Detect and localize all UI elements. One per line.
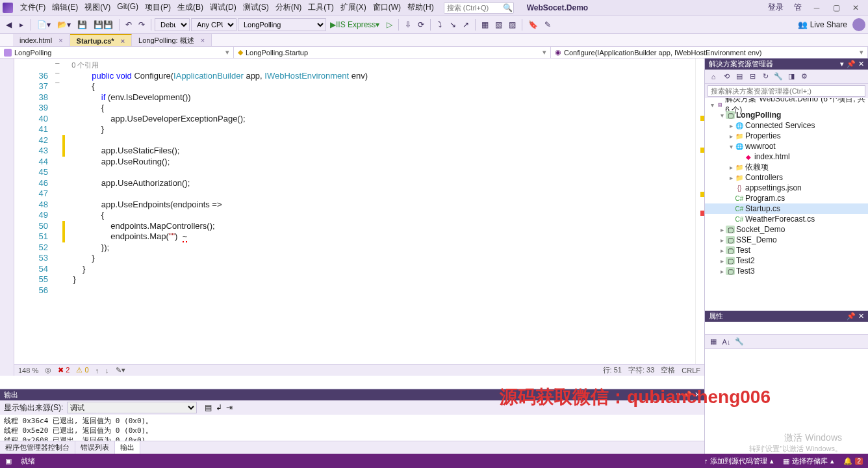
document-tab[interactable]: Startup.cs*× bbox=[70, 34, 133, 46]
nav-fwd-button[interactable]: ▸ bbox=[16, 18, 27, 32]
tree-node[interactable]: C#Startup.cs bbox=[705, 203, 868, 214]
prev-issue-button[interactable]: ↑ bbox=[96, 367, 99, 374]
step-out-button[interactable]: ↗ bbox=[460, 18, 472, 32]
zoom-level[interactable]: 148 % bbox=[18, 367, 38, 374]
code-editor[interactable]: 3637383940414243444546474849505152535455… bbox=[14, 58, 704, 376]
tree-node[interactable]: ▾🌐wwwroot bbox=[705, 141, 868, 151]
tree-node[interactable]: ▸▢Test bbox=[705, 245, 868, 255]
menu-item[interactable]: 文件(F) bbox=[17, 1, 49, 14]
tree-node[interactable]: C#Program.cs bbox=[705, 193, 868, 203]
show-all-icon[interactable]: ▤ bbox=[734, 71, 745, 83]
output-body[interactable]: 线程 0x36c4 已退出, 返回值为 0 (0x0)。 线程 0x5e20 已… bbox=[0, 415, 704, 441]
panel-close-icon[interactable]: ✕ bbox=[858, 60, 864, 68]
menu-item[interactable]: Git(G) bbox=[114, 1, 142, 14]
source-control-button[interactable]: ↑ 添加到源代码管理 ▴ bbox=[704, 456, 774, 466]
view-icon[interactable]: ◨ bbox=[785, 71, 797, 83]
select-repo-button[interactable]: ▦ 选择存储库 ▴ bbox=[783, 456, 834, 466]
tree-node[interactable]: ▸🌐Connected Services bbox=[705, 120, 868, 131]
menu-item[interactable]: 扩展(X) bbox=[337, 1, 370, 14]
tree-node[interactable]: ◆index.html bbox=[705, 151, 868, 162]
home-icon[interactable]: ⌂ bbox=[708, 71, 719, 83]
code-health-icon[interactable]: ◎ bbox=[45, 366, 51, 374]
error-stripe[interactable] bbox=[695, 58, 704, 376]
solution-root[interactable]: ▾⧈解决方案"WebSocet.Demo"(6 个项目, 共 6 个) bbox=[705, 99, 868, 110]
menu-item[interactable]: 编辑(E) bbox=[49, 1, 81, 14]
bookmark-button[interactable]: 🔖 bbox=[526, 18, 541, 32]
alpha-icon[interactable]: A↓ bbox=[721, 336, 732, 348]
window-minimize-button[interactable]: ─ bbox=[807, 3, 826, 12]
user-avatar[interactable] bbox=[852, 18, 865, 31]
attach-button[interactable]: ⇩ bbox=[402, 18, 414, 32]
output-dropdown-icon[interactable]: ▾ bbox=[676, 391, 680, 399]
goto-icon[interactable]: ⇥ bbox=[226, 403, 233, 412]
notifications-button[interactable]: 🔔2 bbox=[843, 457, 863, 465]
save-all-button[interactable]: 💾💾 bbox=[91, 18, 116, 32]
props-wrench-icon[interactable]: 🔧 bbox=[734, 336, 745, 348]
login-link[interactable]: 登录 bbox=[763, 1, 789, 14]
props-pin-icon[interactable]: 📌 bbox=[847, 312, 856, 320]
next-issue-button[interactable]: ↓ bbox=[105, 367, 109, 374]
restart-button[interactable]: ⟳ bbox=[415, 18, 427, 32]
menu-item[interactable]: 工具(T) bbox=[305, 1, 337, 14]
document-tab[interactable]: LongPolling: 概述× bbox=[132, 34, 212, 46]
collapse-icon[interactable]: ⊟ bbox=[747, 71, 758, 83]
output-source-dropdown[interactable]: 调试 bbox=[67, 402, 197, 413]
nav-back-button[interactable]: ◀ bbox=[3, 18, 14, 32]
fold-column[interactable]: −−− bbox=[53, 58, 60, 88]
categorize-icon[interactable]: ▦ bbox=[708, 336, 719, 348]
menu-item[interactable]: 分析(N) bbox=[272, 1, 305, 14]
nav-type-dropdown[interactable]: ◆LongPolling.Startup▾ bbox=[234, 47, 551, 58]
start-debug-button[interactable]: ▶ IIS Express ▾ bbox=[327, 18, 382, 32]
comment-button[interactable]: ✎ bbox=[542, 18, 554, 32]
tree-node[interactable]: ▸▢Test3 bbox=[705, 266, 868, 276]
tree-node[interactable]: ▸📁Controllers bbox=[705, 172, 868, 183]
build-icon[interactable]: ✎▾ bbox=[116, 366, 125, 374]
line-ending[interactable]: CRLF bbox=[682, 367, 700, 374]
save-button[interactable]: 💾 bbox=[75, 18, 90, 32]
step-into-button[interactable]: ↘ bbox=[447, 18, 459, 32]
tree-node[interactable]: C#WeatherForecast.cs bbox=[705, 214, 868, 224]
tree-node[interactable]: ▸📁Properties bbox=[705, 131, 868, 141]
tb-grid1[interactable]: ▦ bbox=[479, 18, 491, 32]
startup-project-dropdown[interactable]: LongPolling bbox=[238, 18, 326, 31]
tree-node[interactable]: ▸▢Test2 bbox=[705, 255, 868, 266]
global-search[interactable]: 🔍 bbox=[444, 2, 514, 14]
open-button[interactable]: 📂▾ bbox=[55, 18, 73, 32]
output-pin-icon[interactable]: 📌 bbox=[683, 391, 692, 399]
indent-mode[interactable]: 空格 bbox=[661, 365, 675, 375]
step-over-button[interactable]: ⤵ bbox=[434, 18, 446, 32]
output-tab[interactable]: 输出 bbox=[115, 441, 140, 454]
tree-node[interactable]: {}appsettings.json bbox=[705, 183, 868, 193]
redo-button[interactable]: ↷ bbox=[136, 18, 147, 32]
menu-item[interactable]: 窗口(W) bbox=[370, 1, 404, 14]
configuration-dropdown[interactable]: Debug bbox=[155, 18, 190, 31]
nav-project-dropdown[interactable]: LongPolling▾ bbox=[0, 47, 234, 58]
left-tool-strip[interactable] bbox=[0, 58, 14, 376]
tb-grid2[interactable]: ▧ bbox=[492, 18, 505, 32]
menu-item[interactable]: 测试(S) bbox=[240, 1, 272, 14]
close-tab-icon[interactable]: × bbox=[201, 36, 205, 44]
refresh-icon[interactable]: ↻ bbox=[760, 71, 771, 83]
tree-node[interactable]: ▸▢Socket_Demo bbox=[705, 224, 868, 235]
sync-icon[interactable]: ⟲ bbox=[721, 71, 732, 83]
warning-count[interactable]: ⚠ 0 bbox=[76, 366, 88, 374]
code-body[interactable]: 0 个引用 public void Configure(IApplication… bbox=[64, 58, 704, 376]
global-search-input[interactable] bbox=[444, 3, 503, 13]
clear-output-icon[interactable]: ▤ bbox=[205, 403, 212, 412]
menu-item[interactable]: 视图(V) bbox=[81, 1, 114, 14]
panel-dropdown-icon[interactable]: ▾ bbox=[840, 60, 844, 68]
tb-grid3[interactable]: ▨ bbox=[506, 18, 518, 32]
window-maximize-button[interactable]: ▢ bbox=[826, 3, 846, 12]
wrench-icon[interactable]: ⚙ bbox=[798, 71, 810, 83]
menu-item[interactable]: 帮助(H) bbox=[404, 1, 437, 14]
properties-icon[interactable]: 🔧 bbox=[772, 71, 784, 83]
close-tab-icon[interactable]: × bbox=[58, 36, 62, 44]
document-tab[interactable]: index.html× bbox=[13, 34, 70, 46]
props-close-icon[interactable]: ✕ bbox=[858, 312, 864, 320]
output-close-icon[interactable]: ✕ bbox=[695, 391, 700, 399]
start-no-debug-button[interactable]: ▷ bbox=[383, 18, 395, 32]
menu-item[interactable]: 生成(B) bbox=[174, 1, 207, 14]
admin-badge[interactable]: 管 bbox=[789, 1, 807, 14]
menu-item[interactable]: 调试(D) bbox=[207, 1, 240, 14]
toggle-wrap-icon[interactable]: ↲ bbox=[216, 403, 222, 412]
